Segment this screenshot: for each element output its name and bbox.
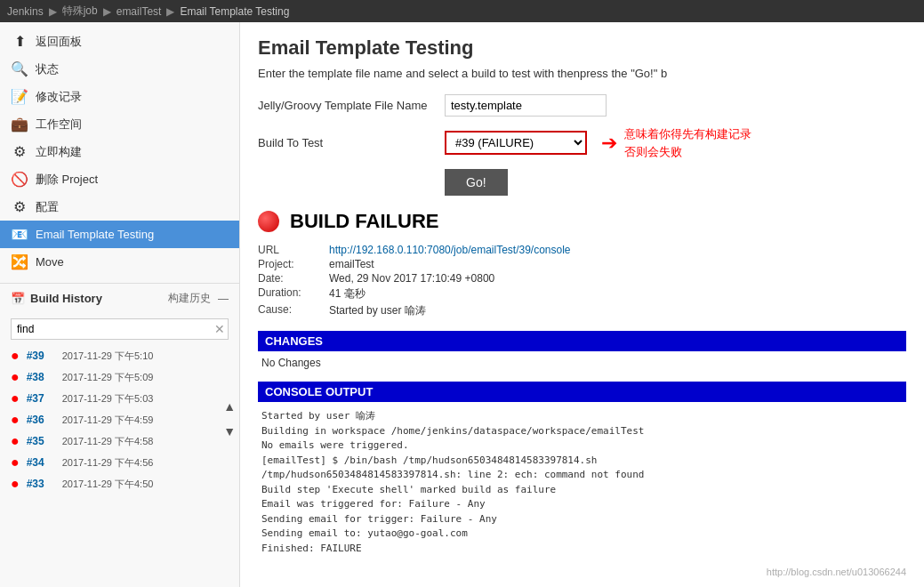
sidebar-item-back[interactable]: ⬆返回面板 bbox=[0, 28, 239, 55]
sidebar-item-email-template[interactable]: 📧Email Template Testing bbox=[0, 221, 239, 248]
build-link[interactable]: #33 bbox=[27, 478, 55, 490]
sidebar-label-workspace: 工作空间 bbox=[36, 117, 82, 133]
sidebar-icon-config: ⚙ bbox=[11, 198, 28, 215]
build-history-title: 📅 Build History bbox=[11, 292, 102, 305]
build-link[interactable]: #35 bbox=[27, 435, 55, 447]
build-link[interactable]: #37 bbox=[27, 392, 55, 405]
template-form-row: Jelly/Groovy Template File Name bbox=[258, 94, 906, 117]
sidebar-label-back: 返回面板 bbox=[36, 34, 82, 50]
console-section: CONSOLE OUTPUT Started by user 喻涛Buildin… bbox=[258, 382, 906, 559]
sidebar-icon-workspace: 💼 bbox=[11, 116, 28, 133]
build-date: 2017-11-29 下午5:03 bbox=[62, 392, 154, 406]
sidebar-label-config: 配置 bbox=[36, 199, 59, 215]
build-date: 2017-11-29 下午5:10 bbox=[62, 350, 154, 363]
history-search-input[interactable] bbox=[11, 318, 229, 340]
console-output: Started by user 喻涛Building in workspace … bbox=[258, 406, 906, 559]
build-failure-text: BUILD FAILURE bbox=[290, 210, 438, 233]
console-line: Sending email for trigger: Failure - Any bbox=[261, 512, 903, 527]
scroll-arrows: ▲ ▼ bbox=[220, 345, 239, 495]
build-select[interactable]: #39 (FAILURE) bbox=[445, 131, 587, 155]
console-line: /tmp/hudson6503484814583397814.sh: line … bbox=[261, 468, 903, 483]
sidebar-nav: ⬆返回面板🔍状态📝修改记录💼工作空间⚙立即构建🚫删除 Project⚙配置📧Em… bbox=[0, 28, 239, 276]
sidebar-label-delete: 删除 Project bbox=[36, 172, 98, 188]
build-form-row: Build To Test #39 (FAILURE) ➔ 意味着你得先有构建记… bbox=[258, 125, 906, 160]
annotation-text: 意味着你得先有构建记录否则会失败 bbox=[624, 125, 751, 160]
breadcrumb-jenkins[interactable]: Jenkins bbox=[7, 5, 44, 18]
build-item: ●#392017-11-29 下午5:10 bbox=[11, 345, 209, 366]
build-item: ●#382017-11-29 下午5:09 bbox=[11, 366, 209, 388]
date-label: Date: bbox=[258, 272, 329, 285]
console-header: CONSOLE OUTPUT bbox=[258, 382, 906, 402]
sidebar-label-changes: 修改记录 bbox=[36, 89, 82, 105]
sidebar-icon-move: 🔀 bbox=[11, 253, 28, 270]
history-search-container: ✕ bbox=[11, 318, 229, 340]
sidebar-item-build-now[interactable]: ⚙立即构建 bbox=[0, 138, 239, 165]
page-description: Enter the template file name and select … bbox=[258, 67, 906, 80]
url-link[interactable]: http://192.168.0.110:7080/job/emailTest/… bbox=[329, 244, 571, 256]
build-history-icon: 📅 bbox=[11, 292, 25, 305]
sidebar-item-workspace[interactable]: 💼工作空间 bbox=[0, 110, 239, 138]
build-history-minus[interactable]: — bbox=[218, 293, 229, 305]
build-list: ●#392017-11-29 下午5:10●#382017-11-29 下午5:… bbox=[0, 345, 220, 495]
build-date: 2017-11-29 下午5:09 bbox=[62, 371, 154, 384]
build-dot: ● bbox=[11, 369, 20, 385]
go-button[interactable]: Go! bbox=[445, 169, 508, 196]
cause-value: Started by user 喻涛 bbox=[329, 303, 426, 318]
sep1: ▶ bbox=[49, 5, 57, 18]
project-value: emailTest bbox=[329, 258, 374, 270]
build-item: ●#332017-11-29 下午4:50 bbox=[11, 473, 209, 495]
sep3: ▶ bbox=[166, 5, 174, 18]
build-item: ●#362017-11-29 下午4:59 bbox=[11, 409, 209, 430]
build-date: 2017-11-29 下午4:59 bbox=[62, 414, 154, 427]
console-line: Email was triggered for: Failure - Any bbox=[261, 497, 903, 512]
sidebar-item-changes[interactable]: 📝修改记录 bbox=[0, 83, 239, 110]
sidebar-icon-changes: 📝 bbox=[11, 88, 28, 105]
breadcrumb-job[interactable]: 特殊job bbox=[62, 4, 98, 19]
url-label: URL bbox=[258, 244, 329, 256]
build-list-with-arrows: ●#392017-11-29 下午5:10●#382017-11-29 下午5:… bbox=[0, 345, 239, 495]
go-button-row: Go! bbox=[258, 169, 906, 210]
build-date-row: Date: Wed, 29 Nov 2017 17:10:49 +0800 bbox=[258, 272, 906, 285]
build-history-controls: 构建历史 — bbox=[168, 291, 229, 306]
history-search-clear[interactable]: ✕ bbox=[214, 322, 225, 336]
build-history-subtitle: 构建历史 bbox=[168, 291, 211, 306]
build-date: 2017-11-29 下午4:58 bbox=[62, 435, 154, 448]
sidebar-icon-status: 🔍 bbox=[11, 60, 28, 77]
build-link[interactable]: #36 bbox=[27, 414, 55, 426]
build-dot: ● bbox=[11, 412, 20, 428]
sidebar-item-delete[interactable]: 🚫删除 Project bbox=[0, 165, 239, 193]
scroll-up-arrow[interactable]: ▲ bbox=[223, 398, 236, 416]
console-line: No emails were triggered. bbox=[261, 438, 903, 454]
build-item: ●#372017-11-29 下午5:03 bbox=[11, 388, 209, 409]
sidebar-item-move[interactable]: 🔀Move bbox=[0, 248, 239, 276]
build-item: ●#352017-11-29 下午4:58 bbox=[11, 430, 209, 452]
cause-label: Cause: bbox=[258, 303, 329, 318]
console-line: Sending email to: yutao@go-goal.com bbox=[261, 527, 903, 542]
duration-value: 41 毫秒 bbox=[329, 286, 366, 302]
sep2: ▶ bbox=[103, 5, 111, 18]
scroll-down-arrow[interactable]: ▼ bbox=[223, 423, 236, 441]
build-link[interactable]: #38 bbox=[27, 371, 55, 383]
breadcrumb-email-test[interactable]: emailTest bbox=[117, 5, 162, 18]
sidebar-icon-back: ⬆ bbox=[11, 33, 28, 50]
build-info: URL http://192.168.0.110:7080/job/emailT… bbox=[258, 244, 906, 318]
build-url-row: URL http://192.168.0.110:7080/job/emailT… bbox=[258, 244, 906, 256]
breadcrumb-current: Email Template Testing bbox=[180, 5, 289, 18]
sidebar-icon-build-now: ⚙ bbox=[11, 143, 28, 160]
changes-section: CHANGES No Changes bbox=[258, 331, 906, 371]
build-link[interactable]: #34 bbox=[27, 456, 55, 469]
annotation-arrow-icon: ➔ bbox=[601, 132, 617, 155]
sidebar-item-status[interactable]: 🔍状态 bbox=[0, 55, 239, 83]
build-project-row: Project: emailTest bbox=[258, 258, 906, 270]
page-title: Email Template Testing bbox=[258, 36, 906, 60]
sidebar-item-config[interactable]: ⚙配置 bbox=[0, 193, 239, 221]
template-input[interactable] bbox=[445, 94, 607, 117]
sidebar-label-build-now: 立即构建 bbox=[36, 144, 82, 160]
duration-label: Duration: bbox=[258, 286, 329, 302]
breadcrumb-bar: Jenkins ▶ 特殊job ▶ emailTest ▶ Email Temp… bbox=[0, 0, 924, 22]
build-history-section: 📅 Build History 构建历史 — bbox=[0, 283, 239, 313]
template-label: Jelly/Groovy Template File Name bbox=[258, 99, 445, 112]
build-date: 2017-11-29 下午4:50 bbox=[62, 478, 154, 491]
build-link[interactable]: #39 bbox=[27, 350, 55, 362]
main-content: Email Template Testing Enter the templat… bbox=[240, 22, 924, 587]
